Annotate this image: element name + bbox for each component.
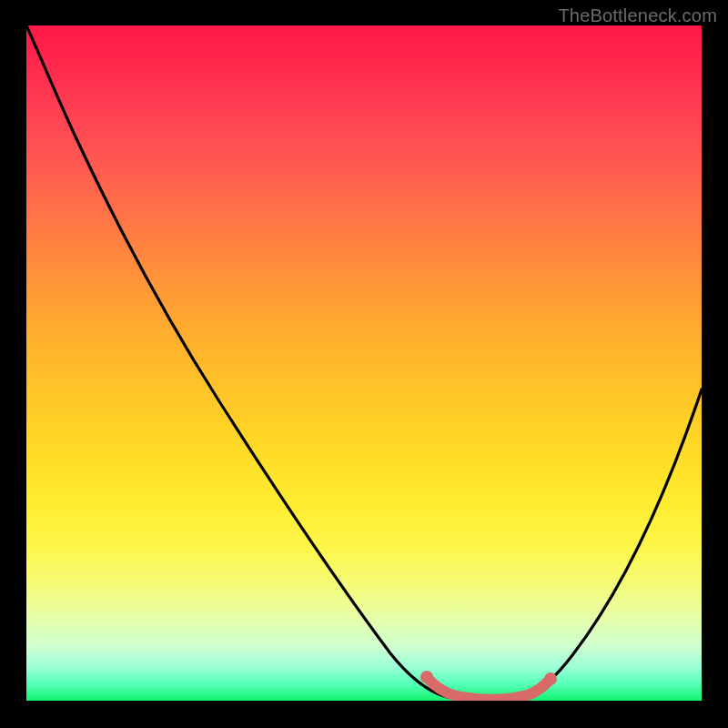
sweet-spot-start-dot [420, 671, 433, 683]
sweet-spot-highlight [427, 677, 551, 700]
sweet-spot-end-dot [544, 672, 557, 685]
plot-area [26, 25, 702, 701]
attribution-text: TheBottleneck.com [558, 5, 717, 26]
chart-frame: TheBottleneck.com [0, 0, 728, 728]
curve-layer [26, 25, 702, 701]
bottleneck-curve [26, 25, 702, 700]
